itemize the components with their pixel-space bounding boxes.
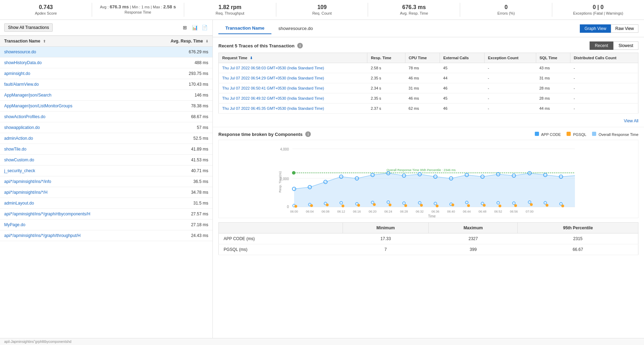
trace-ext-cell: 45: [440, 63, 484, 73]
tx-name-link[interactable]: showapplication.do: [4, 125, 40, 130]
show-all-transactions-button[interactable]: Show All Transactions: [4, 23, 53, 32]
trace-resp-cell: 2.35 s: [367, 73, 405, 83]
tx-name-cell: api/*/apminsight/ins/*/graph/rtbycompone…: [0, 209, 143, 220]
tx-resp-cell: 78.38 ms: [143, 101, 212, 112]
tx-name-link[interactable]: j_security_check: [4, 168, 35, 173]
response-time-stats: Avg : 676.3 ms | Min : 1 ms | Max : 2.58…: [96, 4, 180, 9]
table-row[interactable]: showCustom.do 41.53 ms: [0, 155, 212, 166]
svg-text:06:40: 06:40: [447, 210, 455, 213]
graph-view-button[interactable]: Graph View: [580, 24, 611, 33]
trace-exc-cell: -: [484, 104, 536, 114]
recent-toggle-button[interactable]: Recent: [590, 41, 613, 50]
sep1: | Min :: [130, 5, 141, 9]
raw-view-button[interactable]: Raw View: [611, 24, 638, 33]
trace-resp-cell: 2.37 s: [367, 104, 405, 114]
metric-req-throughput: 1.82 rpm Req. Throughput: [184, 3, 276, 17]
trace-req-time-cell: Thu Jul 07 2022 06:58:03 GMT+0530 (India…: [219, 63, 367, 73]
trace-req-time-cell: Thu Jul 07 2022 06:49:32 GMT+0530 (India…: [219, 93, 367, 104]
tx-resp-cell: 68.67 ms: [143, 112, 212, 122]
slowest-toggle-button[interactable]: Slowest: [613, 41, 638, 50]
table-row[interactable]: j_security_check 40.71 ms: [0, 166, 212, 176]
trace-req-time-link[interactable]: Thu Jul 07 2022 06:54:29 GMT+0530 (India…: [222, 76, 324, 80]
col-header-resp[interactable]: Avg. Resp. Time ⬇: [143, 36, 212, 47]
table-row[interactable]: adminAction.do 52.5 ms: [0, 133, 212, 144]
trace-resp-cell: 2.35 s: [367, 93, 405, 104]
bottom-bar-text: apil-Japminsightins"grphlttbycomponentsh…: [4, 340, 72, 343]
table-row[interactable]: api/*/apminsight/ins/*/info 36.5 ms: [0, 176, 212, 187]
table-row[interactable]: AppManager/json/Search 146 ms: [0, 90, 212, 101]
traces-col-exc-count[interactable]: Exception Count: [484, 53, 536, 63]
traces-col-sql-time[interactable]: SQL Time: [536, 53, 570, 63]
trace-req-time-link[interactable]: Thu Jul 07 2022 06:58:03 GMT+0530 (India…: [222, 66, 324, 70]
trace-sql-cell: 43 ms: [536, 63, 570, 73]
table-row[interactable]: showTile.do 41.89 ms: [0, 144, 212, 155]
tx-name-link[interactable]: showresource.do: [4, 49, 36, 54]
tab-transaction-name[interactable]: Transaction Name: [218, 23, 271, 34]
tx-name-link[interactable]: AppManager/json/ListMonitorGroups: [4, 104, 72, 108]
table-row[interactable]: showapplication.do 57 ms: [0, 122, 212, 133]
traces-col-resp-time[interactable]: Resp. Time: [367, 53, 405, 63]
export-icon-1[interactable]: ⊞: [181, 24, 189, 31]
traces-title-bar: Recent 5 Traces of this Transaction i Re…: [213, 37, 644, 53]
svg-text:06:44: 06:44: [463, 210, 471, 213]
chart-info-icon[interactable]: i: [305, 131, 311, 137]
exceptions-value: 0 | 0: [556, 4, 641, 10]
tx-name-link[interactable]: MyPage.do: [4, 222, 25, 227]
traces-info-icon[interactable]: i: [297, 43, 303, 48]
col-header-name[interactable]: Transaction Name ⬆: [0, 36, 143, 47]
export-icon-2[interactable]: 📊: [191, 24, 199, 31]
tx-name-link[interactable]: api/*/apminsight/ins/*/graph/rtbycompone…: [4, 212, 90, 216]
table-row[interactable]: adminLayout.do 31.5 ms: [0, 198, 212, 209]
apdex-label: Apdex Score: [3, 11, 88, 15]
table-row[interactable]: apminsight.do 293.75 ms: [0, 68, 212, 79]
tx-name-link[interactable]: AppManager/json/Search: [4, 93, 51, 98]
tx-resp-cell: 488 ms: [143, 58, 212, 68]
trace-req-time-link[interactable]: Thu Jul 07 2022 06:50:41 GMT+0530 (India…: [222, 86, 324, 90]
exceptions-label: Exceptions (Fatal | Warnings): [556, 11, 641, 15]
table-row[interactable]: api/*/apminsight/ins/*/graph/throughput/…: [0, 230, 212, 241]
legend-overall: Overall Response Time: [592, 132, 638, 137]
tx-resp-cell: 41.53 ms: [143, 155, 212, 166]
tx-name-link[interactable]: api/*/apminsight/ins/*/graph/throughput/…: [4, 233, 81, 238]
tx-name-link[interactable]: showActionProfiles.do: [4, 114, 45, 119]
chart-section-title: Response time broken by Components: [218, 132, 302, 137]
req-count-label: Req. Count: [280, 11, 365, 15]
summary-table: Minimum Maximum 95th Percentile APP CODE…: [218, 222, 638, 255]
tx-name-link[interactable]: fault/AlarmView.do: [4, 82, 39, 87]
svg-point-35: [404, 204, 407, 207]
tx-name-link[interactable]: apminsight.do: [4, 71, 30, 76]
traces-col-cpu-time[interactable]: CPU Time: [405, 53, 440, 63]
table-row[interactable]: api/*/apminsight/ins/*/H 34.78 ms: [0, 187, 212, 198]
trace-req-time-link[interactable]: Thu Jul 07 2022 06:45:35 GMT+0530 (India…: [222, 106, 324, 110]
tx-name-link[interactable]: adminLayout.do: [4, 201, 34, 206]
table-row[interactable]: showActionProfiles.do 68.67 ms: [0, 112, 212, 122]
tx-name-link[interactable]: showTile.do: [4, 147, 27, 152]
table-row[interactable]: fault/AlarmView.do 170.43 ms: [0, 79, 212, 90]
tx-name-link[interactable]: api/*/apminsight/ins/*/H: [4, 190, 47, 195]
tx-name-link[interactable]: adminAction.do: [4, 136, 33, 141]
tx-name-link[interactable]: api/*/apminsight/ins/*/info: [4, 179, 51, 184]
traces-table-wrapper: Request Time ⬇ Resp. Time CPU Time Exter…: [213, 53, 644, 116]
svg-text:06:12: 06:12: [337, 210, 345, 213]
trace-req-time-link[interactable]: Thu Jul 07 2022 06:49:32 GMT+0530 (India…: [222, 96, 324, 100]
table-row[interactable]: api/*/apminsight/ins/*/graph/rtbycompone…: [0, 209, 212, 220]
table-row[interactable]: MyPage.do 27.18 ms: [0, 220, 212, 230]
table-row: Thu Jul 07 2022 06:58:03 GMT+0530 (India…: [219, 63, 638, 73]
metric-response-time: Avg : 676.3 ms | Min : 1 ms | Max : 2.58…: [92, 3, 184, 17]
trace-ext-cell: 46: [440, 104, 484, 114]
tx-name-cell: adminAction.do: [0, 133, 143, 144]
traces-col-req-time[interactable]: Request Time ⬇: [219, 53, 367, 63]
traces-col-ext-calls[interactable]: External Calls: [440, 53, 484, 63]
view-all-link[interactable]: View All: [624, 118, 638, 123]
table-row[interactable]: showresource.do 676.29 ms: [0, 47, 212, 58]
tx-resp-cell: 52.5 ms: [143, 133, 212, 144]
trace-dist-cell: -: [570, 63, 638, 73]
traces-col-dist-calls[interactable]: Distributed Calls Count: [570, 53, 638, 63]
export-icon-3[interactable]: 📄: [201, 24, 208, 31]
tx-resp-cell: 27.18 ms: [143, 220, 212, 230]
table-row[interactable]: AppManager/json/ListMonitorGroups 78.38 …: [0, 101, 212, 112]
summary-p95-cell: 66.67: [518, 244, 638, 255]
tx-name-link[interactable]: showCustom.do: [4, 158, 34, 162]
tx-name-link[interactable]: showHistoryData.do: [4, 60, 42, 65]
table-row[interactable]: showHistoryData.do 488 ms: [0, 58, 212, 68]
